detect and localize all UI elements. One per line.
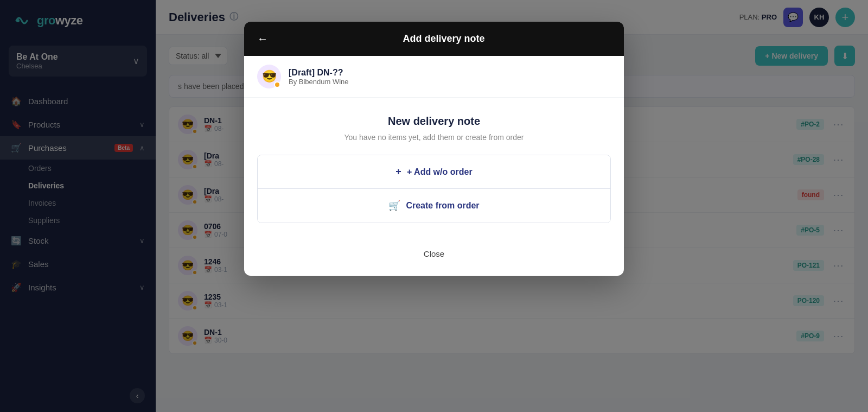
add-without-order-label: + Add w/o order (407, 167, 473, 177)
modal-body: New delivery note You have no items yet,… (244, 98, 624, 236)
modal-draft-bar: 😎 [Draft] DN-?? By Bibendum Wine (244, 56, 624, 98)
draft-status-dot (274, 81, 280, 88)
modal-body-title: New delivery note (257, 115, 611, 128)
draft-title: [Draft] DN-?? (289, 68, 349, 78)
add-without-order-button[interactable]: + + Add w/o order (258, 155, 610, 188)
modal-title: Add delivery note (277, 33, 611, 45)
close-button[interactable]: Close (413, 245, 455, 263)
plus-icon: + (395, 166, 401, 178)
draft-supplier: By Bibendum Wine (289, 78, 349, 86)
create-from-order-label: Create from order (406, 201, 479, 211)
modal-options: + + Add w/o order 🛒 Create from order (257, 155, 611, 223)
draft-avatar: 😎 (257, 65, 281, 88)
add-delivery-note-modal: ← Add delivery note 😎 [Draft] DN-?? By B… (244, 22, 624, 276)
create-from-order-button[interactable]: 🛒 Create from order (258, 188, 610, 223)
modal-header: ← Add delivery note (244, 22, 624, 56)
modal-back-button[interactable]: ← (257, 33, 268, 45)
cart-option-icon: 🛒 (388, 200, 400, 212)
modal-overlay[interactable]: ← Add delivery note 😎 [Draft] DN-?? By B… (0, 0, 868, 412)
modal-footer: Close (244, 236, 624, 276)
draft-info: [Draft] DN-?? By Bibendum Wine (289, 68, 349, 86)
modal-body-subtitle: You have no items yet, add them or creat… (257, 133, 611, 142)
